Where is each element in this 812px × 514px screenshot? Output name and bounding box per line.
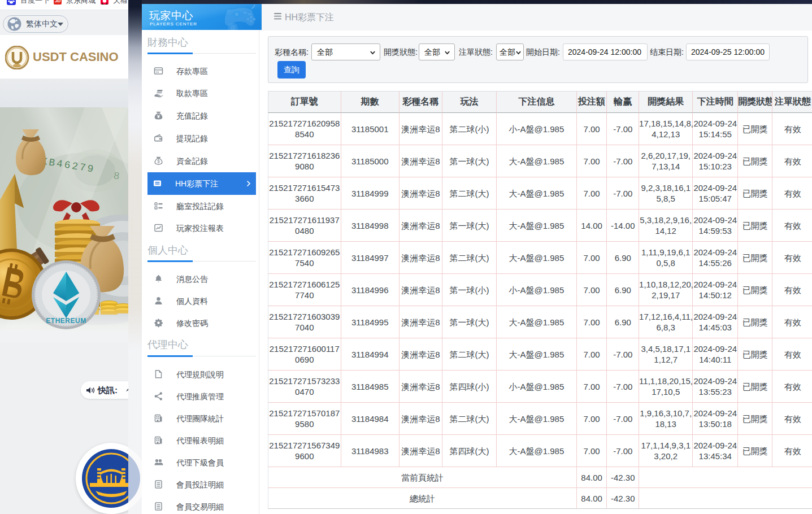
svg-text:ETHEREUM: ETHEREUM: [46, 317, 86, 325]
